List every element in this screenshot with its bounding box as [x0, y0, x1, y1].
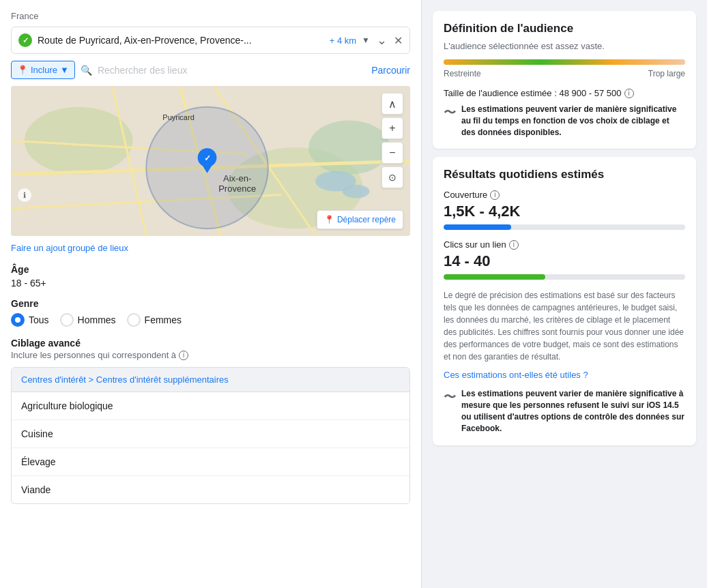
interest-item-viande: Viande	[12, 476, 409, 503]
meter-left-label: Restreinte	[444, 69, 481, 78]
parcourir-button[interactable]: Parcourir	[371, 65, 410, 76]
include-button[interactable]: 📍 Inclure ▼	[11, 61, 75, 79]
breadcrumb-parent[interactable]: Centres d'intérêt	[21, 374, 86, 385]
interest-item-elevage: Élevage	[12, 448, 409, 476]
deplacer-label: Déplacer repère	[337, 215, 396, 224]
disclaimer-text: Le degré de précision des estimations es…	[444, 289, 685, 363]
ciblage-info-icon[interactable]: i	[179, 351, 188, 360]
genre-section: Genre Tous Hommes Femmes	[11, 298, 410, 327]
map-zoom-in-button[interactable]: +	[381, 117, 403, 139]
audience-size-info-icon[interactable]: i	[624, 89, 634, 98]
clicks-bar	[444, 274, 545, 280]
location-row: Route de Puyricard, Aix-en-Provence, Pro…	[11, 27, 410, 54]
ciblage-label: Ciblage avancé	[11, 338, 410, 349]
clicks-value: 14 - 40	[444, 252, 685, 270]
clicks-bar-container	[444, 274, 685, 280]
genre-label: Genre	[11, 298, 410, 309]
audience-card-title: Définition de l'audience	[444, 22, 685, 35]
expand-icon[interactable]: ⌄	[375, 33, 388, 48]
map-label-aix: Aix-en-Provence	[218, 173, 256, 194]
age-value: 18 - 65+	[11, 278, 410, 289]
map-collapse-button[interactable]: ∧	[381, 93, 403, 115]
svg-text:✓: ✓	[204, 153, 211, 163]
svg-point-5	[343, 185, 370, 199]
clicks-info-icon[interactable]: i	[509, 240, 519, 250]
search-placeholder[interactable]: Rechercher des lieux	[98, 65, 366, 76]
search-icon: 🔍	[81, 65, 92, 76]
radio-hommes-circle	[60, 313, 74, 327]
map-zoom-out-button[interactable]: −	[381, 142, 403, 164]
radio-femmes-circle	[127, 313, 141, 327]
map-container: ✓ Puyricard Aix-en-Provence ∧ + − ⊙ ℹ 📍 …	[11, 86, 410, 236]
breadcrumb-separator: >	[89, 374, 96, 385]
estimation-note-text: Les estimations peuvent varier de manièr…	[461, 104, 685, 138]
ios-note: 〜 Les estimations peuvent varier de mani…	[444, 388, 685, 434]
ajout-groupe-link[interactable]: Faire un ajout groupé de lieux	[11, 243, 410, 253]
age-label: Âge	[11, 264, 410, 275]
right-panel: Définition de l'audience L'audience séle…	[422, 0, 707, 588]
chevron-down-icon[interactable]: ▼	[362, 35, 370, 45]
radio-femmes-label: Femmes	[145, 314, 182, 325]
clicks-label-text: Clics sur un lien	[444, 239, 506, 250]
close-icon[interactable]: ✕	[394, 34, 403, 47]
meter-labels: Restreinte Trop large	[444, 69, 685, 78]
svg-point-3	[308, 121, 390, 175]
audience-card: Définition de l'audience L'audience séle…	[433, 11, 696, 149]
audience-size-text: Taille de l'audience estimée : 48 900 - …	[444, 88, 622, 98]
svg-point-1	[25, 107, 133, 175]
meter-right-label: Trop large	[648, 69, 685, 78]
coverage-label: Couverture i	[444, 190, 685, 200]
useful-link[interactable]: Ces estimations ont-elles été utiles ?	[444, 370, 685, 380]
interests-box: Centres d'intérêt > Centres d'intérêt su…	[11, 367, 410, 504]
ios-note-text: Les estimations peuvent varier de manièr…	[461, 388, 685, 434]
audience-size: Taille de l'audience estimée : 48 900 - …	[444, 88, 685, 98]
radio-tous[interactable]: Tous	[11, 313, 49, 327]
ios-trend-icon: 〜	[444, 389, 456, 406]
interests-header: Centres d'intérêt > Centres d'intérêt su…	[12, 368, 409, 392]
radio-tous-circle	[11, 313, 25, 327]
interests-breadcrumb: Centres d'intérêt > Centres d'intérêt su…	[21, 374, 400, 385]
audience-card-subtitle: L'audience sélectionnée est assez vaste.	[444, 41, 685, 51]
coverage-bar	[444, 224, 511, 230]
audience-meter	[444, 59, 685, 65]
radio-tous-label: Tous	[29, 314, 49, 325]
clicks-label: Clics sur un lien i	[444, 239, 685, 250]
include-chevron-icon: ▼	[60, 65, 69, 75]
radio-hommes-label: Hommes	[78, 314, 116, 325]
genre-radio-group: Tous Hommes Femmes	[11, 313, 410, 327]
ciblage-sub: Inclure les personnes qui correspondent …	[11, 350, 410, 360]
coverage-value: 1,5K - 4,2K	[444, 203, 685, 220]
radius-badge[interactable]: + 4 km	[330, 35, 356, 46]
map-locate-button[interactable]: ⊙	[381, 166, 403, 188]
coverage-bar-container	[444, 224, 685, 230]
interest-item-cuisine: Cuisine	[12, 420, 409, 448]
breadcrumb-child[interactable]: Centres d'intérêt supplémentaires	[96, 374, 229, 385]
country-label: France	[11, 11, 410, 21]
ciblage-sub-text: Inclure les personnes qui correspondent …	[11, 350, 176, 360]
map-label-puyricard: Puyricard	[162, 113, 194, 121]
results-title: Résultats quotidiens estimés	[444, 168, 685, 181]
estimation-note: 〜 Les estimations peuvent varier de mani…	[444, 104, 685, 138]
map-controls: ∧ + − ⊙	[381, 93, 403, 188]
trend-icon: 〜	[444, 104, 456, 121]
interest-item-agriculture: Agriculture biologique	[12, 392, 409, 420]
ciblage-section: Ciblage avancé Inclure les personnes qui…	[11, 338, 410, 504]
coverage-info-icon[interactable]: i	[490, 190, 500, 200]
include-label: Inclure	[31, 65, 57, 75]
results-card: Résultats quotidiens estimés Couverture …	[433, 157, 696, 445]
map-info-button[interactable]: ℹ	[18, 188, 31, 202]
include-pin-icon: 📍	[17, 65, 28, 75]
location-text: Route de Puyricard, Aix-en-Provence, Pro…	[38, 35, 324, 46]
radio-hommes[interactable]: Hommes	[60, 313, 116, 327]
left-panel: France Route de Puyricard, Aix-en-Proven…	[0, 0, 422, 588]
include-row: 📍 Inclure ▼ 🔍 Rechercher des lieux Parco…	[11, 61, 410, 79]
radio-femmes[interactable]: Femmes	[127, 313, 182, 327]
coverage-label-text: Couverture	[444, 190, 487, 200]
location-pin-icon	[18, 33, 32, 47]
deplacer-repere-button[interactable]: 📍 Déplacer repère	[317, 210, 403, 229]
deplacer-pin-icon: 📍	[324, 215, 334, 224]
